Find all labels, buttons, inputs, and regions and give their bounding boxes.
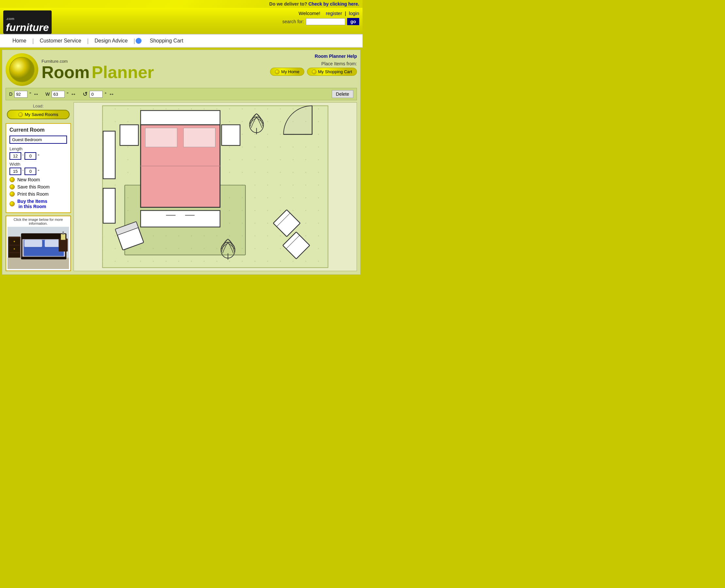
- length-inches-unit: ": [38, 153, 39, 159]
- rp-room-text: Room: [41, 64, 89, 81]
- cart-icon: [135, 37, 142, 44]
- width-feet-input[interactable]: [9, 168, 21, 175]
- register-link[interactable]: register: [326, 10, 342, 16]
- svg-rect-26: [145, 128, 177, 147]
- save-room-button[interactable]: Save this Room: [9, 184, 67, 189]
- nav-home[interactable]: Home: [6, 38, 32, 44]
- d-label: D: [9, 91, 13, 97]
- delete-button[interactable]: Delete: [332, 90, 353, 98]
- place-buttons: My Home My Shopping Cart: [270, 68, 357, 76]
- my-saved-rooms-label: My Saved Rooms: [25, 112, 59, 117]
- room-floor-plan: [74, 103, 357, 271]
- current-room-title: Current Room: [9, 127, 67, 133]
- rp-help-link[interactable]: Room Planner Help: [315, 54, 357, 59]
- room-name-input[interactable]: [9, 135, 67, 144]
- logo-furniture: furniture: [6, 22, 49, 33]
- length-group: Length ' ": [9, 146, 67, 160]
- rotate-icon: ↺: [83, 90, 87, 98]
- depth-arrow-icon: ↔: [33, 91, 39, 98]
- svg-rect-19: [62, 232, 64, 235]
- svg-rect-37: [141, 210, 220, 227]
- room-actions: New Room Save this Room Print this Room …: [9, 177, 67, 209]
- header: .com furniture Welcome! register | login…: [0, 8, 363, 34]
- left-panel: Load: My Saved Rooms Current Room Length…: [5, 102, 71, 271]
- bottom-bar: [0, 277, 363, 287]
- rp-logo: Furniture.com Room Planner: [5, 53, 154, 86]
- svg-rect-18: [61, 234, 65, 240]
- width-inches-unit: ": [38, 169, 39, 174]
- width-inches-input[interactable]: [24, 168, 36, 175]
- my-shopping-cart-button[interactable]: My Shopping Cart: [307, 68, 357, 76]
- save-room-dot-icon: [9, 184, 15, 189]
- header-right: Welcome! register | login search for: go: [282, 10, 359, 27]
- new-room-button[interactable]: New Room: [9, 177, 67, 182]
- rp-planner-text: Planner: [92, 64, 154, 81]
- save-room-label: Save this Room: [17, 184, 50, 189]
- svg-rect-29: [120, 125, 138, 145]
- svg-rect-11: [21, 233, 67, 239]
- logo-box: .com furniture: [3, 10, 52, 34]
- svg-rect-30: [222, 125, 240, 145]
- logo-dot-com: .com: [6, 17, 14, 21]
- room-canvas[interactable]: [74, 102, 357, 271]
- logo-area: .com furniture: [3, 10, 52, 34]
- svg-rect-13: [24, 240, 42, 247]
- place-items-label: Place Items from:: [270, 61, 357, 66]
- search-input[interactable]: [306, 18, 345, 25]
- rp-logo-text: Furniture.com Room Planner: [41, 59, 154, 81]
- length-label: Length: [9, 146, 67, 151]
- svg-point-6: [14, 241, 15, 242]
- welcome-text: Welcome!: [299, 10, 320, 16]
- nav-bar: Home | Customer Service | Design Advice …: [0, 34, 363, 48]
- load-section: Load: My Saved Rooms: [5, 102, 71, 121]
- login-link[interactable]: login: [349, 10, 359, 16]
- buy-items-dot-icon: [9, 201, 15, 207]
- nav-shopping-cart-wrap: Shopping Cart: [135, 37, 189, 44]
- svg-rect-24: [141, 110, 220, 125]
- nav-customer-service[interactable]: Customer Service: [34, 38, 87, 44]
- svg-rect-8: [7, 258, 69, 269]
- bedroom-preview-image[interactable]: [7, 227, 69, 269]
- print-room-label: Print this Room: [17, 191, 49, 197]
- length-feet-input[interactable]: [9, 152, 21, 160]
- go-button[interactable]: go: [347, 18, 359, 25]
- length-inches-input[interactable]: [24, 152, 36, 160]
- my-home-button[interactable]: My Home: [270, 68, 304, 76]
- nav-design-advice[interactable]: Design Advice: [88, 38, 133, 44]
- print-room-button[interactable]: Print this Room: [9, 191, 67, 197]
- width-group: W " ↔: [45, 91, 76, 98]
- new-room-dot-icon: [9, 177, 15, 182]
- svg-point-7: [14, 248, 15, 250]
- main-content: Furniture.com Room Planner Room Planner …: [2, 50, 361, 275]
- length-row: ' ": [9, 152, 67, 160]
- svg-rect-5: [9, 253, 20, 258]
- width-feet-unit: ': [23, 169, 23, 174]
- new-room-label: New Room: [17, 177, 40, 182]
- my-shopping-cart-dot-icon: [312, 69, 317, 74]
- buy-items-button[interactable]: Buy the Itemsin this Room: [9, 198, 67, 209]
- rotate-input[interactable]: [89, 91, 103, 98]
- d-unit: ": [29, 91, 31, 97]
- svg-point-0: [9, 57, 34, 82]
- search-row: search for: go: [282, 18, 359, 27]
- depth-group: D " ↔: [9, 91, 39, 98]
- toolbar-row: D " ↔ W " ↔ ↺ ° ↔ Delete: [5, 88, 357, 100]
- current-room-box: Current Room Length ' " Width ': [5, 123, 71, 213]
- image-preview[interactable]: Click the image below for more informati…: [5, 216, 71, 271]
- width-row: ' ": [9, 168, 67, 175]
- w-label: W: [45, 91, 50, 97]
- my-saved-rooms-button[interactable]: My Saved Rooms: [7, 110, 69, 119]
- my-shopping-cart-label: My Shopping Cart: [318, 69, 352, 74]
- w-unit: ": [67, 91, 68, 97]
- svg-rect-27: [183, 128, 215, 147]
- width-input[interactable]: [52, 91, 65, 98]
- depth-input[interactable]: [14, 91, 27, 98]
- load-label: Load:: [7, 104, 69, 108]
- pipe-separator: |: [345, 10, 346, 16]
- search-label: search for:: [282, 19, 304, 24]
- nav-shopping-cart[interactable]: Shopping Cart: [144, 38, 189, 44]
- delivery-link[interactable]: Check by clicking here.: [308, 1, 359, 6]
- delivery-text: Do we deliver to?: [269, 1, 307, 6]
- svg-rect-32: [103, 188, 115, 223]
- rp-help-area: Room Planner Help Place Items from: My H…: [270, 53, 357, 76]
